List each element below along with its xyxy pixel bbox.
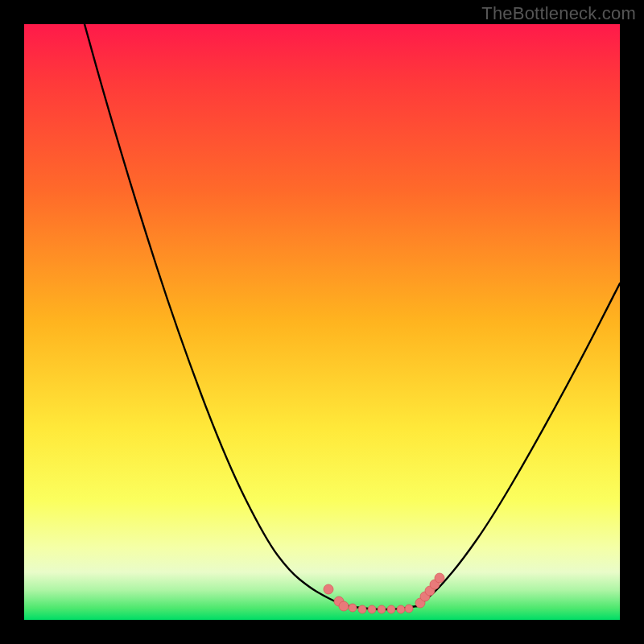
plot-area (24, 24, 620, 620)
watermark-text: TheBottleneck.com (481, 3, 636, 24)
valley-marker (339, 601, 349, 611)
bottleneck-curve (85, 24, 620, 609)
curve-overlay (24, 24, 620, 620)
valley-marker (349, 604, 357, 612)
valley-marker (368, 605, 376, 613)
curve-right-branch (417, 283, 620, 606)
valley-marker (324, 584, 333, 594)
valley-marker (358, 605, 366, 613)
valley-marker (387, 605, 395, 613)
curve-left-branch (85, 24, 345, 605)
valley-marker (405, 605, 413, 613)
valley-marker (397, 605, 405, 613)
valley-markers (324, 573, 444, 613)
valley-marker (435, 573, 444, 583)
chart-frame: TheBottleneck.com (0, 0, 644, 644)
valley-marker (378, 605, 386, 613)
